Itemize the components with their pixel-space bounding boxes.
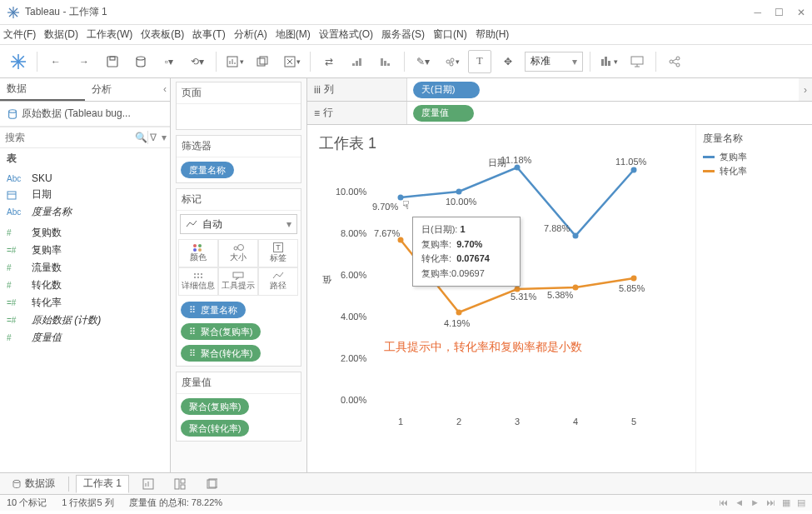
datasource-item[interactable]: 原始数据 (Tableau bug... bbox=[0, 102, 170, 127]
columns-shelf-content[interactable]: 天(日期) bbox=[407, 78, 799, 101]
search-input[interactable] bbox=[0, 127, 135, 147]
mark-size[interactable]: 大小 bbox=[218, 239, 258, 267]
mark-tooltip[interactable]: 工具提示 bbox=[218, 267, 258, 296]
rows-pill-measure-values[interactable]: 度量值 bbox=[413, 105, 474, 122]
nav-first-icon[interactable]: ⏮ bbox=[719, 497, 728, 508]
columns-pill-day-date[interactable]: 天(日期) bbox=[413, 82, 480, 98]
tableau-icon[interactable] bbox=[7, 50, 30, 73]
mark-path[interactable]: 路径 bbox=[258, 267, 298, 296]
rows-shelf: ≡行 度量值 bbox=[307, 102, 812, 125]
svg-line-39 bbox=[673, 62, 676, 64]
nav-last-icon[interactable]: ⏭ bbox=[766, 497, 775, 508]
field-count[interactable]: =#原始数据 (计数) bbox=[0, 312, 170, 329]
marks-type-select[interactable]: 自动▾ bbox=[180, 214, 297, 234]
save-icon[interactable] bbox=[101, 50, 124, 73]
group-icon[interactable]: ▾ bbox=[440, 50, 463, 73]
svg-point-62 bbox=[456, 310, 462, 316]
marks-pill-agg-repurchase[interactable]: ⠿聚合(复购率) bbox=[181, 323, 261, 340]
field-measure-names[interactable]: Abc度量名称 bbox=[0, 203, 170, 221]
label-toggle-icon[interactable]: T bbox=[468, 50, 491, 73]
tab-sheet-1[interactable]: 工作表 1 bbox=[76, 475, 129, 493]
field-sku[interactable]: AbcSKU bbox=[0, 171, 170, 186]
svg-point-49 bbox=[194, 273, 196, 275]
mv-pill-convert[interactable]: 聚合(转化率) bbox=[181, 420, 249, 437]
menu-server[interactable]: 服务器(S) bbox=[381, 27, 425, 42]
filter-pill-measure-names[interactable]: 度量名称 bbox=[181, 162, 234, 178]
menu-dashboard[interactable]: 仪表板(B) bbox=[141, 27, 184, 42]
mark-color[interactable]: 颜色 bbox=[178, 239, 218, 267]
legend-item-repurchase[interactable]: 复购率 bbox=[703, 151, 805, 163]
maximize-button[interactable]: ☐ bbox=[775, 7, 784, 18]
chart[interactable]: 日期 值 0.00% 2.00% 4.00% 6.00% 8.00% 10.00… bbox=[326, 158, 684, 442]
bottom-tabs: 数据源 工作表 1 bbox=[0, 472, 812, 494]
highlight-icon[interactable]: ✎▾ bbox=[411, 50, 435, 73]
new-sheet-button[interactable] bbox=[136, 475, 161, 493]
nav-prev-icon[interactable]: ◄ bbox=[735, 497, 744, 508]
menu-help[interactable]: 帮助(H) bbox=[476, 27, 510, 42]
grid-view-icon[interactable]: ▦ bbox=[782, 497, 790, 508]
svg-rect-21 bbox=[356, 61, 358, 66]
sidebar-tab-data[interactable]: 数据 bbox=[0, 78, 85, 101]
presentation-icon[interactable] bbox=[625, 50, 649, 73]
legend-item-convert[interactable]: 转化率 bbox=[703, 165, 805, 177]
mv-pill-repurchase[interactable]: 聚合(复购率) bbox=[181, 398, 249, 415]
svg-rect-29 bbox=[601, 59, 604, 66]
pause-refresh-icon[interactable]: ▫▾ bbox=[157, 50, 181, 73]
clear-icon[interactable]: ▾ bbox=[280, 50, 303, 73]
undo-icon[interactable]: ← bbox=[44, 50, 67, 73]
close-button[interactable]: ✕ bbox=[797, 7, 805, 18]
menu-analysis[interactable]: 分析(A) bbox=[234, 27, 267, 42]
svg-rect-70 bbox=[175, 479, 179, 489]
filmstrip-icon[interactable]: ▤ bbox=[797, 497, 805, 508]
field-repurchase-rate[interactable]: =#复购率 bbox=[0, 242, 170, 259]
field-measure-values[interactable]: #度量值 bbox=[0, 329, 170, 347]
menu-window[interactable]: 窗口(N) bbox=[433, 27, 467, 42]
minimize-button[interactable]: ─ bbox=[754, 7, 761, 18]
menu-format[interactable]: 设置格式(O) bbox=[319, 27, 373, 42]
mark-detail[interactable]: 详细信息 bbox=[178, 267, 218, 296]
menu-dropdown-icon[interactable]: ▾ bbox=[159, 132, 170, 143]
nav-next-icon[interactable]: ► bbox=[750, 497, 760, 508]
new-datasource-icon[interactable] bbox=[129, 50, 152, 73]
share-icon[interactable] bbox=[663, 50, 686, 73]
new-dashboard-button[interactable] bbox=[167, 475, 192, 493]
field-repurchase-count[interactable]: #复购数 bbox=[0, 224, 170, 242]
sort-desc-icon[interactable] bbox=[374, 50, 397, 73]
new-worksheet-icon[interactable]: ▾ bbox=[223, 50, 247, 73]
sort-asc-icon[interactable] bbox=[346, 50, 369, 73]
show-me-icon[interactable]: ▾ bbox=[597, 50, 620, 73]
marks-pill-measure-names[interactable]: ⠿度量名称 bbox=[181, 302, 246, 318]
mark-label[interactable]: T标签 bbox=[258, 239, 298, 267]
svg-point-51 bbox=[201, 273, 202, 275]
refresh-icon[interactable]: ⟲▾ bbox=[186, 50, 209, 73]
collapse-sidebar-icon[interactable]: ‹ bbox=[163, 83, 167, 95]
duplicate-icon[interactable] bbox=[252, 50, 275, 73]
menu-map[interactable]: 地图(M) bbox=[276, 27, 311, 42]
tab-datasource[interactable]: 数据源 bbox=[5, 475, 62, 493]
new-story-button[interactable] bbox=[199, 475, 224, 493]
field-convert-count[interactable]: #转化数 bbox=[0, 277, 170, 294]
svg-rect-30 bbox=[605, 57, 607, 66]
sheet-title[interactable]: 工作表 1 bbox=[319, 133, 684, 153]
pin-icon[interactable]: ✥ bbox=[496, 50, 520, 73]
field-convert-rate[interactable]: =#转化率 bbox=[0, 294, 170, 312]
pages-shelf[interactable] bbox=[180, 107, 297, 126]
marks-pill-agg-convert[interactable]: ⠿聚合(转化率) bbox=[181, 345, 261, 362]
menu-data[interactable]: 数据(D) bbox=[44, 27, 78, 42]
field-traffic[interactable]: #流量数 bbox=[0, 259, 170, 277]
redo-icon[interactable]: → bbox=[72, 50, 96, 73]
fit-select[interactable]: 标准▾ bbox=[525, 52, 583, 72]
filter-icon[interactable]: ∇ bbox=[148, 132, 159, 143]
search-icon[interactable]: 🔍 bbox=[135, 132, 147, 143]
menu-story[interactable]: 故事(T) bbox=[192, 27, 225, 42]
sidebar-tabs: 数据 分析 ‹ bbox=[0, 78, 170, 102]
menu-file[interactable]: 文件(F) bbox=[3, 27, 36, 42]
menu-worksheet[interactable]: 工作表(W) bbox=[87, 27, 132, 42]
expand-shelf-icon[interactable]: › bbox=[799, 84, 812, 96]
field-date[interactable]: 日期 bbox=[0, 186, 170, 203]
canvas[interactable]: 工作表 1 日期 值 0.00% 2.00% 4.00% 6.00% 8.00%… bbox=[307, 125, 695, 472]
rows-shelf-content[interactable]: 度量值 bbox=[407, 102, 812, 124]
svg-point-43 bbox=[193, 244, 197, 247]
sidebar-tab-analysis[interactable]: 分析 bbox=[85, 78, 170, 101]
swap-icon[interactable]: ⇄ bbox=[317, 50, 341, 73]
